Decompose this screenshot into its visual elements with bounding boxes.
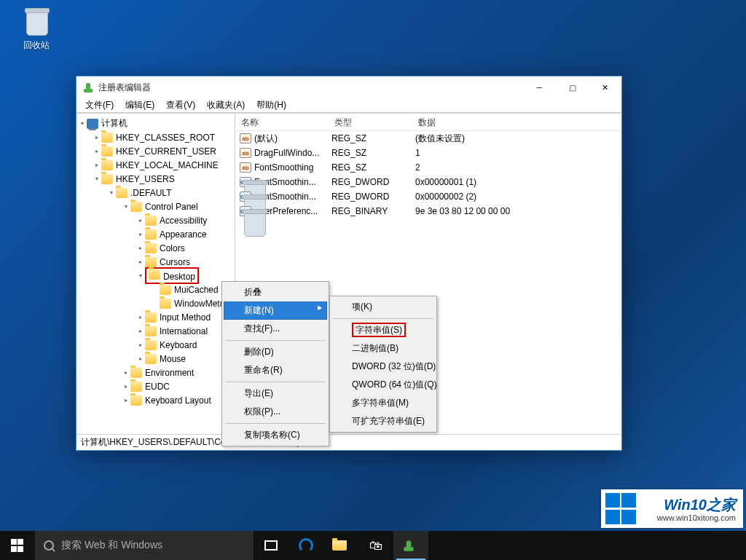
ctx-rename[interactable]: 重命名(R) — [224, 361, 327, 379]
file-explorer-button[interactable] — [323, 531, 358, 560]
maximize-button[interactable]: ▢ — [556, 76, 589, 98]
expand-icon[interactable]: ▸ — [122, 368, 130, 377]
expand-icon[interactable]: ▸ — [136, 230, 145, 239]
value-row[interactable]: 011UserPreferenc...REG_BINARY9e 3e 03 80… — [235, 204, 621, 218]
col-data[interactable]: 数据 — [414, 114, 621, 130]
tree-item[interactable]: ▸Mouse — [76, 352, 235, 366]
tree-item[interactable]: ▸International — [76, 324, 235, 338]
folder-icon — [332, 540, 347, 551]
computer-icon — [87, 119, 98, 129]
tree-item[interactable]: ▾Control Panel — [76, 200, 235, 213]
ctx-new-dword[interactable]: DWORD (32 位)值(D) — [331, 358, 435, 376]
tree-item[interactable]: WindowMetrics — [76, 296, 235, 310]
ctx-new-key[interactable]: 项(K) — [331, 298, 435, 316]
expand-icon[interactable]: ▸ — [136, 244, 145, 253]
expand-icon[interactable]: ▸ — [136, 327, 145, 336]
tree-item[interactable]: ▸Keyboard Layout — [76, 393, 235, 407]
store-button[interactable]: 🛍 — [358, 531, 393, 560]
ctx-perms[interactable]: 权限(P)... — [224, 403, 327, 421]
expand-icon[interactable]: ▸ — [136, 216, 145, 225]
tree-item[interactable]: ▸Input Method — [76, 310, 235, 324]
tree-item[interactable]: ▸Colors — [76, 241, 235, 255]
value-row[interactable]: abFontSmoothingREG_SZ2 — [235, 160, 621, 175]
value-data: 2 — [415, 162, 621, 173]
tree-item[interactable]: ▸Keyboard — [76, 338, 235, 352]
expand-icon[interactable]: ▸ — [93, 133, 101, 142]
value-name: DragFullWindo... — [254, 148, 331, 158]
minimize-button[interactable]: ─ — [523, 76, 556, 98]
titlebar[interactable]: 注册表编辑器 ─ ▢ ✕ — [76, 76, 621, 98]
value-type: REG_SZ — [331, 148, 415, 158]
tree-item-label: Accessibility — [160, 216, 207, 226]
desktop-recycle-bin[interactable]: 回收站 — [15, 6, 58, 52]
tree-item[interactable]: ▾Desktop — [76, 269, 235, 283]
expand-icon[interactable]: ▸ — [136, 341, 145, 350]
ctx-new-multi[interactable]: 多字符串值(M) — [331, 394, 435, 412]
close-button[interactable]: ✕ — [589, 76, 621, 98]
tree-item[interactable]: ▸EUDC — [76, 379, 235, 393]
tree-item[interactable]: ▸Environment — [76, 366, 235, 379]
search-box[interactable]: 搜索 Web 和 Windows — [35, 531, 254, 560]
tree-item-label: International — [160, 326, 208, 336]
ctx-new-expand[interactable]: 可扩充字符串值(E) — [331, 412, 435, 430]
col-type[interactable]: 类型 — [330, 114, 414, 130]
ctx-export[interactable]: 导出(E) — [224, 384, 327, 403]
value-row[interactable]: ab(默认)REG_SZ(数值未设置) — [235, 131, 621, 146]
folder-icon — [101, 160, 113, 170]
ctx-new[interactable]: 新建(N) — [224, 301, 327, 320]
ctx-find[interactable]: 查找(F)... — [224, 320, 327, 338]
expand-icon[interactable]: ▸ — [93, 161, 101, 170]
collapse-icon[interactable]: ▾ — [122, 202, 130, 211]
tree-item[interactable]: ▾.DEFAULT — [76, 186, 235, 200]
tree-item[interactable]: MuiCached — [76, 283, 235, 296]
folder-icon — [116, 188, 127, 198]
start-button[interactable] — [0, 531, 35, 560]
folder-icon — [145, 340, 157, 350]
expand-icon[interactable]: ▸ — [136, 313, 145, 322]
ctx-collapse[interactable]: 折叠 — [224, 283, 327, 301]
edge-button[interactable] — [288, 531, 323, 560]
tree-item[interactable]: ▸Appearance — [76, 227, 235, 241]
tree-item[interactable]: ▾HKEY_USERS — [76, 172, 235, 186]
value-data: 0x00000001 (1) — [415, 177, 621, 187]
binary-value-icon: 011 — [240, 206, 251, 216]
ctx-sep — [225, 423, 326, 424]
value-row[interactable]: 011FontSmoothin...REG_DWORD0x00000002 (2… — [235, 189, 621, 204]
collapse-icon[interactable]: ▾ — [107, 189, 116, 197]
tree-item[interactable]: ▸Accessibility — [76, 213, 235, 227]
tree-item[interactable]: ▸HKEY_LOCAL_MACHINE — [76, 158, 235, 172]
collapse-icon[interactable]: ▾ — [93, 175, 101, 184]
menu-edit[interactable]: 编辑(E) — [119, 98, 160, 113]
expand-icon[interactable]: ▸ — [122, 382, 130, 391]
ctx-new-binary[interactable]: 二进制值(B) — [331, 339, 435, 358]
ctx-copykey[interactable]: 复制项名称(C) — [224, 426, 327, 444]
menu-fav[interactable]: 收藏夹(A) — [201, 98, 251, 113]
value-row[interactable]: abDragFullWindo...REG_SZ1 — [235, 146, 621, 160]
tree-item[interactable]: ▸HKEY_CURRENT_USER — [76, 144, 235, 158]
tree-root[interactable]: ▾ 计算机 — [76, 117, 235, 130]
ctx-new-qword[interactable]: QWORD (64 位)值(Q) — [331, 376, 435, 394]
tree-pane[interactable]: ▾ 计算机 ▸HKEY_CLASSES_ROOT▸HKEY_CURRENT_US… — [76, 114, 235, 434]
task-view-button[interactable] — [254, 531, 288, 560]
ctx-new-string[interactable]: 字符串值(S) — [331, 321, 435, 339]
tree-item[interactable]: ▸HKEY_CLASSES_ROOT — [76, 130, 235, 144]
expand-icon[interactable]: ▸ — [136, 258, 145, 267]
statusbar: 计算机\HKEY_USERS\.DEFAULT\Control Panel\De… — [76, 434, 621, 450]
col-name[interactable]: 名称 — [235, 114, 330, 130]
menu-file[interactable]: 文件(F) — [79, 98, 119, 113]
menu-help[interactable]: 帮助(H) — [251, 98, 292, 113]
folder-icon — [130, 202, 142, 212]
menu-view[interactable]: 查看(V) — [160, 98, 201, 113]
value-type: REG_DWORD — [331, 177, 415, 187]
ctx-delete[interactable]: 删除(D) — [224, 343, 327, 361]
regedit-taskbar-button[interactable] — [393, 531, 428, 560]
expand-icon[interactable]: ▾ — [78, 119, 87, 128]
value-row[interactable]: 011FontSmoothin...REG_DWORD0x00000001 (1… — [235, 175, 621, 189]
taskbar: 搜索 Web 和 Windows 🛍 — [0, 531, 746, 560]
binary-value-icon: 011 — [240, 192, 251, 202]
search-icon — [44, 540, 54, 551]
collapse-icon[interactable]: ▾ — [136, 272, 145, 280]
expand-icon[interactable]: ▸ — [122, 396, 130, 405]
expand-icon[interactable]: ▸ — [93, 147, 101, 156]
expand-icon[interactable]: ▸ — [136, 355, 145, 363]
